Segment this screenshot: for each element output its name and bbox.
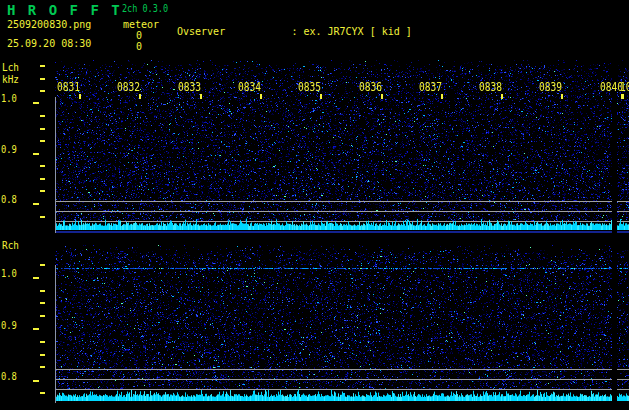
lch-minor-tick bbox=[40, 178, 45, 180]
time-label-0837: 0837 bbox=[419, 80, 442, 94]
time-tick-partial bbox=[621, 94, 623, 99]
time-label-0836: 0836 bbox=[359, 80, 382, 94]
rch-minor-tick bbox=[40, 302, 45, 304]
rch-minor-tick bbox=[40, 366, 45, 368]
app-title: H R O F F T bbox=[7, 2, 122, 18]
rch-major-tick bbox=[33, 328, 39, 330]
rch-minor-tick bbox=[40, 341, 45, 343]
time-label-0835: 0835 bbox=[298, 80, 321, 94]
time-tick-0831 bbox=[79, 94, 81, 99]
rch-freq-label-0.8: 0.8 bbox=[1, 370, 17, 383]
rch-minor-tick bbox=[40, 392, 45, 394]
lch-minor-tick bbox=[40, 65, 45, 67]
rch-channel-label: Rch bbox=[2, 239, 19, 252]
rch-minor-tick bbox=[40, 315, 45, 317]
rch-minor-tick bbox=[40, 290, 45, 292]
lch-minor-tick bbox=[40, 190, 45, 192]
time-label-0839: 0839 bbox=[539, 80, 562, 94]
time-tick-0835 bbox=[320, 94, 322, 99]
hrofft-window: H R O F F T 2ch 0.3.0 2509200830.png met… bbox=[0, 0, 629, 410]
lch-minor-tick bbox=[40, 140, 45, 142]
lch-major-tick bbox=[33, 153, 39, 155]
khz-unit-label: kHz bbox=[2, 73, 19, 86]
time-tick-0836 bbox=[381, 94, 383, 99]
rch-major-tick bbox=[33, 380, 39, 382]
lch-freq-label-1.0: 1.0 bbox=[1, 92, 17, 105]
echo-count-lch: 0 bbox=[136, 30, 142, 41]
rch-major-tick bbox=[33, 277, 39, 279]
lch-major-tick bbox=[33, 203, 39, 205]
time-tick-0837 bbox=[441, 94, 443, 99]
time-label-0831: 0831 bbox=[57, 80, 80, 94]
info-line-observer: Ovserver : ex. JR7CYX [ kid ] bbox=[177, 26, 629, 38]
mode-label: meteor bbox=[123, 19, 159, 30]
time-label-0834: 0834 bbox=[238, 80, 261, 94]
time-tick-0839 bbox=[561, 94, 563, 99]
lch-minor-tick bbox=[40, 90, 45, 92]
time-label-0833: 0833 bbox=[178, 80, 201, 94]
lch-minor-tick bbox=[40, 165, 45, 167]
time-label-partial: 10 bbox=[620, 80, 629, 94]
echo-count-rch: 0 bbox=[136, 41, 142, 52]
lch-minor-tick bbox=[40, 78, 45, 80]
output-filename: 2509200830.png bbox=[7, 19, 91, 30]
lch-minor-tick bbox=[40, 128, 45, 130]
rch-freq-label-0.9: 0.9 bbox=[1, 319, 17, 332]
lch-freq-label-0.8: 0.8 bbox=[1, 193, 17, 206]
rch-freq-label-1.0: 1.0 bbox=[1, 267, 17, 280]
rch-spectrogram-canvas bbox=[55, 237, 629, 404]
datetime-label: 25.09.20 08:30 bbox=[7, 38, 91, 49]
rch-minor-tick bbox=[40, 264, 45, 266]
lch-minor-tick bbox=[40, 216, 45, 218]
time-label-0832: 0832 bbox=[117, 80, 140, 94]
lch-major-tick bbox=[33, 102, 39, 104]
lch-minor-tick bbox=[40, 115, 45, 117]
time-label-0838: 0838 bbox=[479, 80, 502, 94]
time-tick-0838 bbox=[501, 94, 503, 99]
version-label: 2ch 0.3.0 bbox=[122, 3, 168, 14]
lch-freq-label-0.9: 0.9 bbox=[1, 143, 17, 156]
time-tick-0833 bbox=[200, 94, 202, 99]
time-tick-0832 bbox=[139, 94, 141, 99]
time-tick-0834 bbox=[260, 94, 262, 99]
rch-minor-tick bbox=[40, 354, 45, 356]
